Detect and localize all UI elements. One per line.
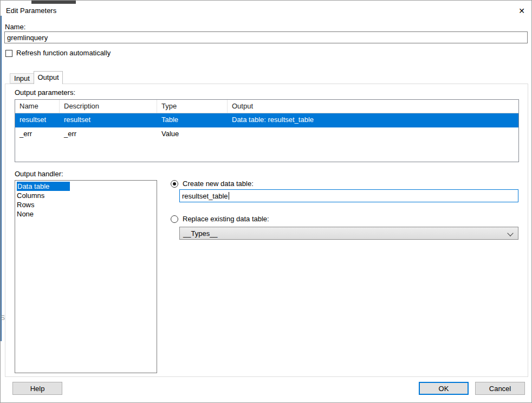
cell-output [228,127,518,142]
background-artifact-text: S [1,314,5,322]
edit-parameters-dialog: S Edit Parameters ✕ Name: Refresh functi… [0,0,532,403]
list-item-rows[interactable]: Rows [15,200,157,209]
create-new-data-table-radio[interactable] [171,180,178,188]
cell-type: Value [157,127,228,142]
help-button[interactable]: Help [12,382,62,395]
list-item-columns[interactable]: Columns [15,191,157,200]
cancel-button[interactable]: Cancel [475,382,525,395]
column-header-name: Name [15,100,60,113]
list-item-data-table[interactable]: Data table [15,182,157,191]
chevron-down-icon [507,230,513,236]
table-header-row: Name Description Type Output [15,100,518,113]
text-cursor [229,192,229,200]
tab-input[interactable]: Input [10,73,34,84]
background-window-edge [1,16,2,341]
cell-type: Table [157,113,228,127]
close-icon: ✕ [518,7,525,15]
dialog-title: Edit Parameters [6,7,56,15]
output-handler-label: Output handler: [15,170,63,178]
cell-description: resultset [60,113,157,127]
table-row[interactable]: _err _err Value [15,127,518,142]
table-row[interactable]: resultset resultset Table Data table: re… [15,113,518,127]
replace-existing-data-table-radio[interactable] [171,215,178,223]
close-button[interactable]: ✕ [513,3,530,18]
new-data-table-name-input[interactable]: resultset_table [179,189,518,202]
cell-output: Data table: resultset_table [228,113,518,127]
column-header-output: Output [228,100,518,113]
function-name-input[interactable] [4,31,528,43]
replace-existing-data-table-label: Replace existing data table: [183,215,269,223]
ok-button[interactable]: OK [419,382,469,395]
refresh-automatically-checkbox[interactable] [5,50,12,57]
column-header-type: Type [157,100,228,113]
cell-name: resultset [15,113,60,127]
name-label: Name: [5,23,25,31]
output-parameters-label: Output parameters: [15,88,75,97]
column-header-description: Description [60,100,157,113]
create-new-data-table-label: Create new data table: [183,180,254,188]
existing-data-table-dropdown[interactable]: __Types__ [179,227,518,240]
refresh-automatically-label: Refresh function automatically [16,49,111,57]
list-item-none[interactable]: None [15,209,157,219]
cell-name: _err [15,127,60,142]
tab-output[interactable]: Output [34,71,63,84]
background-app-sliver [31,1,76,4]
output-parameters-table: Name Description Type Output resultset r… [15,99,519,162]
output-handler-listbox: Data table Columns Rows None [15,180,157,373]
cell-description: _err [60,127,157,142]
